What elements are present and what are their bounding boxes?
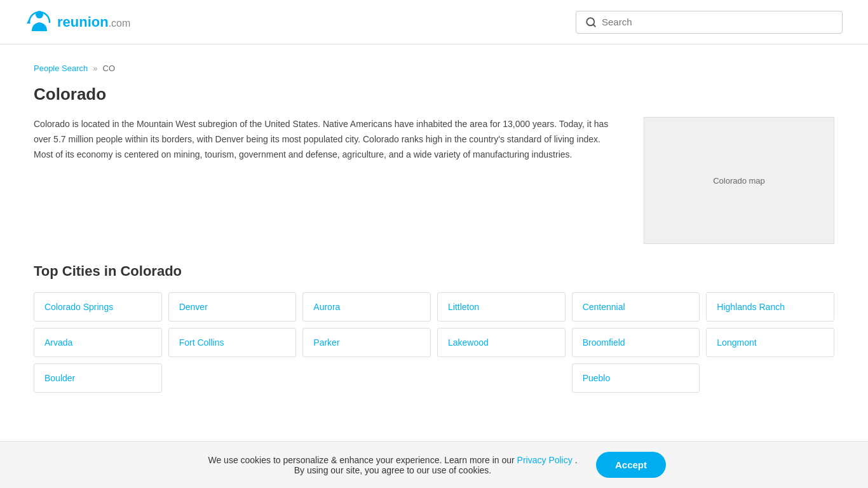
city-card[interactable]: Broomfield [572,328,700,357]
search-input[interactable] [602,17,833,27]
breadcrumb: People Search » CO [34,64,834,73]
page-title: Colorado [34,85,834,104]
city-card[interactable]: Arvada [34,328,162,357]
city-card[interactable] [437,363,566,393]
content-area: Colorado is located in the Mountain West… [34,117,834,244]
city-card[interactable]: Longmont [706,328,834,357]
map-area: Colorado map [644,117,834,244]
city-card[interactable]: Boulder [34,363,162,393]
breadcrumb-people-search[interactable]: People Search [34,64,88,73]
city-card[interactable]: Centennial [572,292,700,322]
city-card[interactable]: Highlands Ranch [706,292,834,322]
cities-section-title: Top Cities in Colorado [34,263,834,280]
city-card[interactable]: Aurora [302,292,431,322]
city-card[interactable]: Lakewood [437,328,566,357]
city-card[interactable]: Littleton [437,292,566,322]
city-card[interactable]: Colorado Springs [34,292,162,322]
search-bar[interactable] [576,11,843,34]
city-card[interactable] [706,363,834,393]
city-card[interactable]: Pueblo [572,363,700,393]
reunion-logo-icon [25,8,53,36]
breadcrumb-state: CO [103,64,116,73]
search-icon [585,17,597,28]
city-card[interactable]: Parker [302,328,431,357]
logo-area[interactable]: reunion.com [25,8,130,36]
city-card[interactable]: Denver [168,292,297,322]
main-content: People Search » CO Colorado Colorado is … [8,44,860,412]
cities-grid: Colorado SpringsDenverAuroraLittletonCen… [34,292,834,393]
map-image: Colorado map [644,117,834,244]
city-card[interactable] [168,363,297,393]
header: reunion.com [0,0,868,44]
svg-line-3 [593,24,595,26]
breadcrumb-separator: » [93,64,97,73]
city-card[interactable]: Fort Collins [168,328,297,357]
logo-text: reunion.com [57,14,130,30]
state-description: Colorado is located in the Mountain West… [34,117,618,244]
city-card[interactable] [302,363,431,393]
